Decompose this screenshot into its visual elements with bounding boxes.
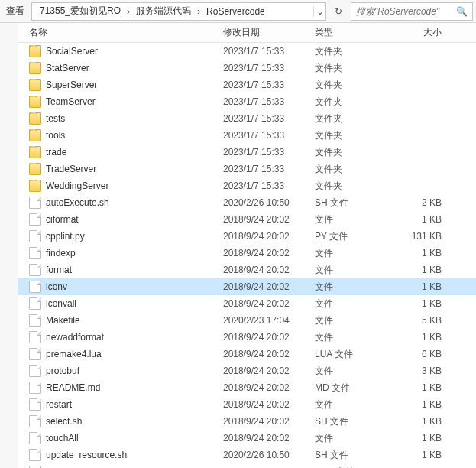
file-row[interactable]: TeamServer2023/1/7 15:33文件夹 — [18, 93, 476, 110]
file-row[interactable]: trade2023/1/7 15:33文件夹 — [18, 144, 476, 161]
col-header-size[interactable]: 大小 — [396, 26, 449, 39]
cell-name: TradeServer — [18, 163, 223, 175]
file-row[interactable]: select.sh2018/9/24 20:02SH 文件1 KB — [18, 413, 476, 430]
cell-size: 1 KB — [396, 214, 449, 225]
file-name: TeamServer — [46, 96, 96, 107]
cell-name: StatServer — [18, 62, 223, 74]
breadcrumb[interactable]: 71355_爱如初见RO › 服务端源代码 › RoServercode ⌄ — [31, 2, 326, 21]
search-input[interactable] — [356, 6, 453, 17]
file-name: touchAll — [46, 433, 79, 444]
file-row[interactable]: restart2018/9/24 20:02文件1 KB — [18, 396, 476, 413]
file-list[interactable]: SocialServer2023/1/7 15:33文件夹StatServer2… — [18, 43, 476, 468]
chevron-right-icon[interactable]: › — [124, 6, 133, 17]
file-row[interactable]: touchAll2018/9/24 20:02文件1 KB — [18, 430, 476, 447]
cell-date: 2023/1/7 15:33 — [223, 130, 315, 141]
file-icon — [29, 331, 41, 343]
cell-name: newaddformat — [18, 331, 223, 343]
file-row[interactable]: Makefile2020/2/23 17:04文件5 KB — [18, 312, 476, 329]
file-name: TradeServer — [46, 164, 96, 174]
folder-icon — [29, 129, 41, 141]
col-header-date[interactable]: 修改日期 — [223, 26, 315, 39]
breadcrumb-crumb[interactable]: 71355_爱如初见RO — [37, 3, 124, 20]
cell-date: 2018/9/24 20:02 — [223, 332, 315, 343]
cell-date: 2018/9/24 20:02 — [223, 214, 315, 225]
file-row[interactable]: tools2023/1/7 15:33文件夹 — [18, 127, 476, 144]
cell-name: TeamServer — [18, 96, 223, 108]
cell-type: 文件夹 — [315, 180, 396, 193]
file-row[interactable]: TradeServer2023/1/7 15:33文件夹 — [18, 161, 476, 177]
folder-icon — [29, 79, 41, 91]
file-row[interactable]: protobuf2018/9/24 20:02文件3 KB — [18, 362, 476, 379]
file-name: premake4.lua — [46, 349, 102, 359]
cell-type: 文件 — [315, 331, 396, 344]
breadcrumb-dropdown[interactable]: ⌄ — [313, 6, 325, 17]
ribbon-tab-view[interactable]: 查看 — [3, 0, 28, 22]
cell-name: select.sh — [18, 415, 223, 427]
cell-name: autoExecute.sh — [18, 197, 223, 209]
file-name: Makefile — [46, 315, 80, 326]
file-name: README.md — [46, 382, 100, 393]
file-row[interactable]: README.md2018/9/24 20:02MD 文件1 KB — [18, 379, 476, 396]
file-name: WeddingServer — [46, 180, 109, 191]
cell-size: 1 KB — [396, 298, 449, 309]
col-header-type[interactable]: 类型 — [315, 26, 396, 39]
file-row[interactable]: SocialServer2023/1/7 15:33文件夹 — [18, 43, 476, 60]
file-icon — [29, 382, 41, 394]
col-header-name[interactable]: 名称 — [18, 26, 223, 39]
cell-type: 文件 — [315, 365, 396, 378]
file-row[interactable]: iconvall2018/9/24 20:02文件1 KB — [18, 295, 476, 312]
file-row[interactable]: format2018/9/24 20:02文件1 KB — [18, 262, 476, 278]
file-row[interactable]: StatServer2023/1/7 15:33文件夹 — [18, 60, 476, 76]
file-row[interactable]: version2018/9/24 20:02XML 文档 — [18, 463, 476, 468]
cell-date: 2018/9/24 20:02 — [223, 399, 315, 410]
chevron-right-icon[interactable]: › — [194, 6, 203, 17]
breadcrumb-crumb[interactable]: 服务端源代码 — [133, 3, 194, 20]
cell-name: format — [18, 264, 223, 276]
file-icon — [29, 197, 41, 209]
cell-name: update_resource.sh — [18, 449, 223, 461]
file-row[interactable]: premake4.lua2018/9/24 20:02LUA 文件6 KB — [18, 346, 476, 362]
cell-name: tools — [18, 129, 223, 141]
file-row[interactable]: findexp2018/9/24 20:02文件1 KB — [18, 245, 476, 262]
file-icon — [29, 348, 41, 360]
refresh-icon: ↻ — [335, 6, 342, 17]
cell-type: 文件 — [315, 213, 396, 226]
file-name: cpplint.py — [46, 231, 85, 242]
folder-icon — [29, 146, 41, 158]
file-row[interactable]: WeddingServer2023/1/7 15:33文件夹 — [18, 177, 476, 194]
cell-date: 2023/1/7 15:33 — [223, 96, 315, 107]
refresh-button[interactable]: ↻ — [329, 2, 348, 21]
file-row[interactable]: autoExecute.sh2020/2/26 10:50SH 文件2 KB — [18, 194, 476, 211]
cell-date: 2018/9/24 20:02 — [223, 416, 315, 427]
cell-size: 6 KB — [396, 349, 449, 359]
cell-date: 2018/9/24 20:02 — [223, 298, 315, 309]
file-name: format — [46, 265, 72, 275]
cell-date: 2023/1/7 15:33 — [223, 113, 315, 124]
file-row[interactable]: ciformat2018/9/24 20:02文件1 KB — [18, 211, 476, 228]
cell-date: 2023/1/7 15:33 — [223, 80, 315, 90]
cell-name: ciformat — [18, 213, 223, 226]
file-name: StatServer — [46, 63, 89, 73]
file-row[interactable]: cpplint.py2018/9/24 20:02PY 文件131 KB — [18, 228, 476, 245]
cell-size: 131 KB — [396, 231, 449, 242]
cell-type: SH 文件 — [315, 449, 396, 462]
search-box[interactable]: 🔍 — [351, 2, 473, 21]
file-row[interactable]: iconv2018/9/24 20:02文件1 KB — [18, 278, 476, 295]
folder-icon — [29, 96, 41, 108]
cell-date: 2023/1/7 15:33 — [223, 46, 315, 57]
file-row[interactable]: newaddformat2018/9/24 20:02文件1 KB — [18, 329, 476, 346]
nav-pane[interactable] — [0, 23, 18, 468]
file-name: iconvall — [46, 298, 76, 309]
breadcrumb-crumb[interactable]: RoServercode — [203, 3, 268, 20]
cell-date: 2018/9/24 20:02 — [223, 231, 315, 242]
file-row[interactable]: tests2023/1/7 15:33文件夹 — [18, 110, 476, 127]
cell-date: 2020/2/26 10:50 — [223, 450, 315, 460]
file-row[interactable]: update_resource.sh2020/2/26 10:50SH 文件1 … — [18, 447, 476, 463]
file-name: tools — [46, 130, 65, 141]
cell-size: 1 KB — [396, 450, 449, 460]
cell-date: 2018/9/24 20:02 — [223, 366, 315, 376]
cell-name: WeddingServer — [18, 180, 223, 192]
cell-type: 文件 — [315, 281, 396, 294]
cell-type: 文件 — [315, 264, 396, 277]
file-row[interactable]: SuperServer2023/1/7 15:33文件夹 — [18, 76, 476, 93]
